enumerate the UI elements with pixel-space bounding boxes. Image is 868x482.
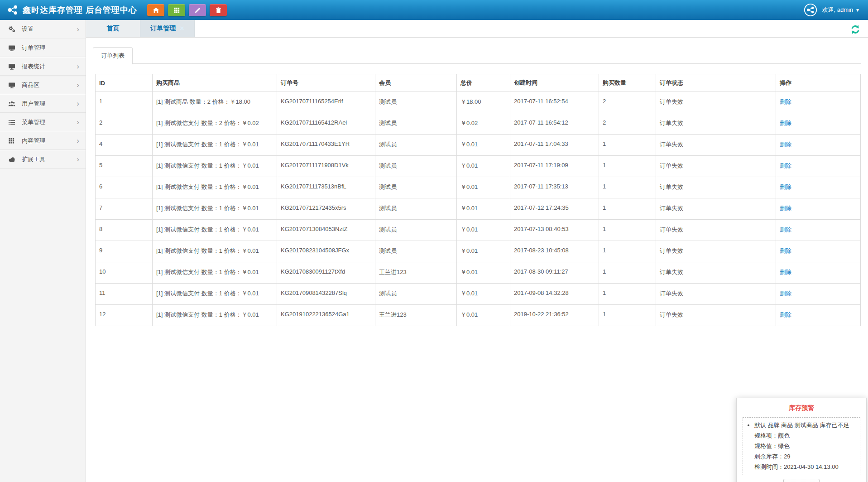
sidebar-item-label: 商品区: [22, 81, 39, 89]
table-row: 8[1] 测试微信支付 数量：1 价格：￥0.01KG2017071308405…: [96, 220, 861, 241]
sidebar-item-menu-management[interactable]: 菜单管理›: [0, 113, 86, 131]
table-cell: 2019-10-22 21:36:52: [510, 305, 599, 326]
sidebar-item-report-statistics[interactable]: 报表统计›: [0, 57, 86, 76]
table-cell: KG20170713084053NztZ: [277, 220, 375, 241]
delete-link[interactable]: 删除: [780, 311, 791, 318]
sidebar-item-label: 菜单管理: [22, 118, 45, 126]
table-cell: 订单失效: [656, 305, 776, 326]
popup-detail-line: 规格项：颜色: [754, 430, 856, 441]
table-cell: 1: [96, 92, 153, 113]
sidebar-item-order-management[interactable]: 订单管理: [0, 39, 86, 57]
delete-link[interactable]: 删除: [780, 226, 791, 233]
sidebar-item-product-area[interactable]: 商品区›: [0, 76, 86, 94]
tab-order-list[interactable]: 订单列表: [93, 47, 133, 64]
table-cell: KG20170711173513nBfL: [277, 177, 375, 198]
table-cell: KG20170712172435x5rs: [277, 198, 375, 220]
delete-link[interactable]: 删除: [780, 290, 791, 297]
trash-icon: [215, 7, 222, 14]
table-cell: 2017-07-11 16:54:12: [510, 113, 599, 135]
tab-label: 订单管理: [150, 24, 176, 33]
table-cell: [1] 测试微信支付 数量：1 价格：￥0.01: [153, 177, 277, 198]
sidebar-item-user-management[interactable]: 用户管理›: [0, 94, 86, 113]
table-cell: 2017-07-11 16:52:54: [510, 92, 599, 113]
table-cell: 11: [96, 284, 153, 305]
sidebar-item-content-management[interactable]: 内容管理›: [0, 131, 86, 150]
table-cell: 测试员: [375, 135, 457, 156]
table-cell: 删除: [776, 262, 861, 284]
table-cell: 2017-07-11 17:35:13: [510, 177, 599, 198]
sidebar-item-settings[interactable]: 设置›: [0, 20, 86, 39]
table-row: 12[1] 测试微信支付 数量：1 价格：￥0.01KG201910222136…: [96, 305, 861, 326]
table-row: 10[1] 测试微信支付 数量：1 价格：￥0.01KG201708300911…: [96, 262, 861, 284]
popup-alert-item: 默认 品牌 商品 测试商品 库存已不足 规格项：颜色规格值：绿色剩余库存：29检…: [754, 420, 856, 472]
desktop-icon: [8, 82, 17, 89]
tab-home[interactable]: 首页: [86, 20, 140, 37]
table-cell: ￥0.01: [457, 156, 510, 177]
column-header: 订单号: [277, 74, 375, 92]
delete-link[interactable]: 删除: [780, 247, 791, 254]
close-icon[interactable]: ×: [180, 25, 184, 32]
sidebar-item-label: 扩展工具: [22, 155, 45, 164]
table-cell: 1: [599, 177, 656, 198]
tab-order-management[interactable]: 订单管理×: [140, 20, 195, 37]
table-cell: 2017-07-13 08:40:53: [510, 220, 599, 241]
delete-link[interactable]: 删除: [780, 120, 791, 126]
delete-link[interactable]: 删除: [780, 205, 791, 212]
column-header: 会员: [375, 74, 457, 92]
pencil-button[interactable]: [189, 4, 206, 16]
share-network-logo-icon: [7, 5, 18, 15]
column-header: 购买商品: [153, 74, 277, 92]
home-button[interactable]: [147, 4, 164, 16]
table-cell: 1: [599, 284, 656, 305]
table-cell: 2: [96, 113, 153, 135]
table-cell: 订单失效: [656, 135, 776, 156]
table-cell: 1: [599, 305, 656, 326]
delete-link[interactable]: 删除: [780, 98, 791, 105]
table-cell: 删除: [776, 305, 861, 326]
avatar: [804, 3, 817, 17]
table-row: 7[1] 测试微信支付 数量：1 价格：￥0.01KG2017071217243…: [96, 198, 861, 220]
chevron-right-icon: ›: [77, 81, 79, 89]
table-cell: [1] 测试商品 数量：2 价格：￥18.00: [153, 92, 277, 113]
table-cell: 删除: [776, 284, 861, 305]
column-header: 订单状态: [656, 74, 776, 92]
table-row: 9[1] 测试微信支付 数量：1 价格：￥0.01KG2017082310450…: [96, 241, 861, 262]
refresh-icon: [850, 24, 861, 35]
desktop-icon: [8, 44, 17, 52]
delete-link[interactable]: 删除: [780, 162, 791, 169]
table-cell: ￥18.00: [457, 92, 510, 113]
navbar-user-area[interactable]: 欢迎, admin ▼: [804, 3, 860, 17]
refresh-button[interactable]: [850, 24, 861, 35]
sidebar-item-label: 内容管理: [22, 137, 45, 145]
table-row: 5[1] 测试微信支付 数量：1 价格：￥0.01KG2017071117190…: [96, 156, 861, 177]
confirm-button[interactable]: 我知道了: [783, 479, 820, 482]
table-cell: 测试员: [375, 198, 457, 220]
panel-tab-bar: 订单列表: [93, 47, 861, 64]
table-cell: KG201709081432287Slq: [277, 284, 375, 305]
table-cell: KG20170711171908D1Vk: [277, 156, 375, 177]
table-cell: [1] 测试微信支付 数量：1 价格：￥0.01: [153, 305, 277, 326]
sidebar-item-label: 设置: [22, 25, 34, 33]
table-cell: 2017-08-23 10:45:08: [510, 241, 599, 262]
sidebar: 设置›订单管理报表统计›商品区›用户管理›菜单管理›内容管理›扩展工具›: [0, 20, 86, 482]
popup-title: 库存预警: [737, 404, 866, 412]
table-cell: 测试员: [375, 113, 457, 135]
delete-link[interactable]: 删除: [780, 141, 791, 148]
delete-link[interactable]: 删除: [780, 183, 791, 190]
grid-button[interactable]: [168, 4, 185, 16]
delete-link[interactable]: 删除: [780, 269, 791, 275]
table-cell: ￥0.01: [457, 220, 510, 241]
table-cell: ￥0.02: [457, 113, 510, 135]
trash-button[interactable]: [210, 4, 227, 16]
gears-icon: [8, 25, 17, 33]
table-cell: 订单失效: [656, 220, 776, 241]
caret-down-icon: ▼: [855, 8, 860, 13]
table-cell: [1] 测试微信支付 数量：2 价格：￥0.02: [153, 113, 277, 135]
table-cell: 2: [599, 92, 656, 113]
table-row: 2[1] 测试微信支付 数量：2 价格：￥0.02KG2017071116541…: [96, 113, 861, 135]
table-cell: 测试员: [375, 220, 457, 241]
table-cell: 订单失效: [656, 284, 776, 305]
table-cell: 删除: [776, 177, 861, 198]
table-cell: 5: [96, 156, 153, 177]
sidebar-item-extension-tools[interactable]: 扩展工具›: [0, 150, 86, 169]
